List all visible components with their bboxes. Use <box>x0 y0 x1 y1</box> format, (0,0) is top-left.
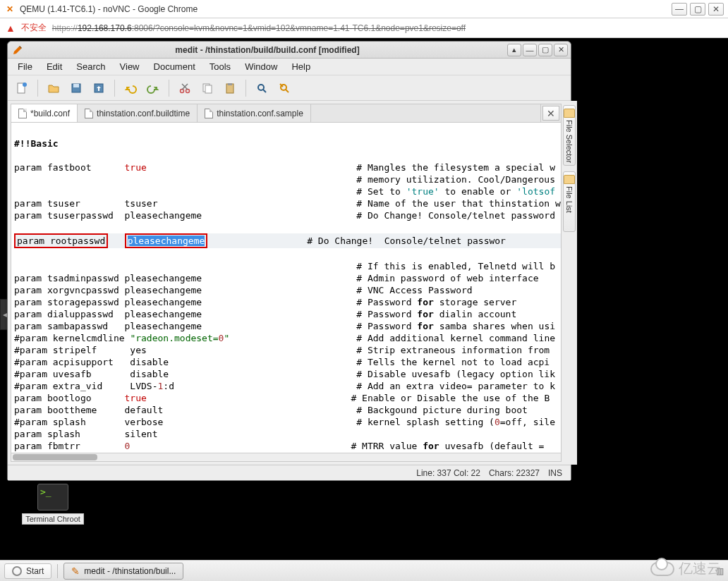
cloud-icon <box>650 562 674 576</box>
chrome-address-bar: ▲ 不安全 https://192.168.170.6:8006/?consol… <box>0 18 728 38</box>
redo-button[interactable] <box>143 78 163 98</box>
svg-rect-10 <box>228 83 232 85</box>
document-icon <box>18 109 27 118</box>
document-icon <box>85 109 93 118</box>
watermark: 亿速云 <box>650 559 721 578</box>
menu-window[interactable]: Window <box>238 59 284 74</box>
menu-search[interactable]: Search <box>69 59 112 74</box>
chrome-maximize-button[interactable]: ▢ <box>690 3 705 16</box>
file-list-panel[interactable]: File List <box>563 171 576 232</box>
toolbar <box>8 75 571 101</box>
svg-rect-3 <box>73 84 79 87</box>
chrome-minimize-button[interactable]: — <box>672 3 687 16</box>
tab-build-conf[interactable]: *build.conf <box>11 104 78 122</box>
tab-close-button[interactable]: ✕ <box>542 106 559 121</box>
menu-help[interactable]: Help <box>284 59 317 74</box>
minimize-button[interactable]: — <box>523 44 537 56</box>
url-display[interactable]: https://192.168.170.6:8006/?console=kvm&… <box>52 23 466 33</box>
warning-icon: ▲ <box>6 23 16 34</box>
undo-button[interactable] <box>121 78 140 98</box>
menu-edit[interactable]: Edit <box>40 59 69 74</box>
document-icon <box>205 109 213 118</box>
side-panel-strip: File Selector File List <box>562 101 577 465</box>
highlight-rootpasswd-value: pleasechangeme <box>125 233 208 248</box>
chrome-window-controls: — ▢ ✕ <box>672 3 724 16</box>
cursor-position: Line: 337 Col: 22 <box>416 468 480 478</box>
insert-mode: INS <box>548 468 562 478</box>
menu-file[interactable]: File <box>11 59 40 74</box>
copy-button[interactable] <box>198 78 217 98</box>
start-button[interactable]: Start <box>4 563 51 579</box>
chrome-titlebar: ✕ QEMU (1.41-TC6.1) - noVNC - Google Chr… <box>0 0 728 18</box>
save-button[interactable] <box>66 78 86 98</box>
char-count: Chars: 22327 <box>489 468 540 478</box>
menubar: File Edit Search View Document Tools Win… <box>8 59 571 75</box>
desktop-terminal-icon[interactable]: >_ Terminal Chroot <box>21 484 85 525</box>
highlight-rootpasswd-key: param rootpasswd <box>14 233 108 248</box>
medit-title: medit - /thinstation/build/build.conf [m… <box>28 45 507 55</box>
taskbar-item-medit[interactable]: ✎ medit - /thinstation/buil... <box>63 563 183 580</box>
folder-icon <box>564 175 575 184</box>
chrome-window-title: QEMU (1.41-TC6.1) - noVNC - Google Chrom… <box>20 4 672 14</box>
cut-button[interactable] <box>175 78 195 98</box>
folder-icon <box>564 109 575 118</box>
tab-buildtime[interactable]: thinstation.conf.buildtime <box>78 104 198 122</box>
tab-sample[interactable]: thinstation.conf.sample <box>198 104 311 122</box>
find-button[interactable] <box>252 78 272 98</box>
find-replace-button[interactable] <box>274 78 294 98</box>
shade-button[interactable]: ▴ <box>507 44 521 56</box>
menu-view[interactable]: View <box>113 59 147 74</box>
svg-point-1 <box>23 82 27 87</box>
medit-window: medit - /thinstation/build/build.conf [m… <box>7 41 571 481</box>
open-button[interactable] <box>44 78 63 98</box>
svg-rect-8 <box>205 85 212 93</box>
statusbar: Line: 337 Col: 22 Chars: 22327 INS <box>8 465 571 480</box>
new-file-button[interactable] <box>12 78 32 98</box>
file-selector-panel[interactable]: File Selector <box>563 105 576 166</box>
menu-document[interactable]: Document <box>147 59 202 74</box>
not-secure-label: 不安全 <box>21 22 47 34</box>
terminal-icon: >_ <box>37 484 68 510</box>
chrome-close-button[interactable]: ✕ <box>708 3 724 16</box>
menu-tools[interactable]: Tools <box>202 59 238 74</box>
taskbar: Start ✎ medit - /thinstation/buil... ▥ <box>0 560 728 581</box>
svg-point-11 <box>258 85 264 90</box>
pencil-icon: ✎ <box>71 565 80 577</box>
gear-icon <box>12 566 22 576</box>
svg-point-6 <box>186 89 190 92</box>
document-tabs: *build.conf thinstation.conf.buildtime t… <box>11 104 561 123</box>
qemu-icon: ✕ <box>4 4 16 15</box>
desktop-icon-label: Terminal Chroot <box>22 513 84 525</box>
medit-titlebar[interactable]: medit - /thinstation/build/build.conf [m… <box>8 42 571 59</box>
paste-button[interactable] <box>220 78 240 98</box>
svg-point-5 <box>181 89 184 92</box>
pencil-icon <box>12 44 23 56</box>
close-button[interactable]: ✕ <box>554 44 568 56</box>
maximize-button[interactable]: ▢ <box>538 44 552 56</box>
save-as-button[interactable] <box>89 78 109 98</box>
horizontal-scrollbar[interactable] <box>11 453 561 461</box>
code-editor[interactable]: #!!Basic param fastboot true # Mangles t… <box>11 123 561 453</box>
